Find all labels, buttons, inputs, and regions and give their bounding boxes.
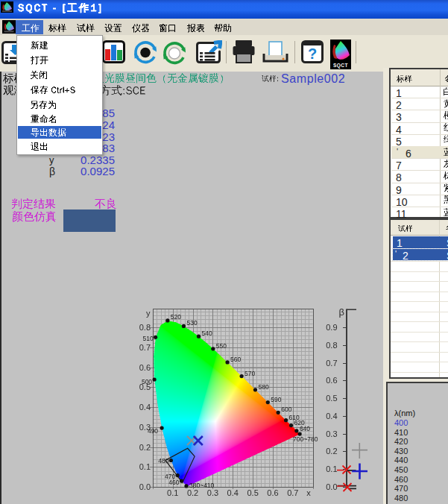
svg-text:?: ? — [308, 45, 317, 62]
svg-text:SQCT: SQCT — [333, 63, 348, 69]
